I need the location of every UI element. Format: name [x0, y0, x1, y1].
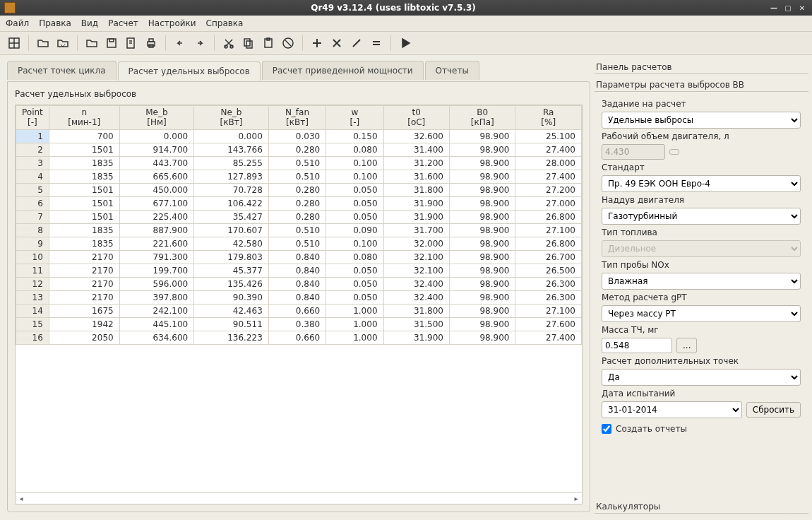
- table-cell[interactable]: 0.380: [268, 317, 326, 331]
- table-cell[interactable]: 2: [16, 143, 49, 156]
- boost-select[interactable]: Газотурбинный: [602, 208, 801, 225]
- table-cell[interactable]: 26.300: [515, 277, 582, 290]
- menu-help[interactable]: Справка: [206, 18, 244, 28]
- table-cell[interactable]: 677.100: [119, 196, 194, 210]
- table-row[interactable]: 102170791.300179.8030.8400.08032.10098.9…: [16, 250, 582, 264]
- table-cell[interactable]: 32.000: [383, 237, 449, 250]
- table-cell[interactable]: 31.900: [383, 331, 449, 344]
- table-cell[interactable]: 225.400: [119, 210, 194, 223]
- save-folder-icon[interactable]: [54, 35, 71, 52]
- times-icon[interactable]: [328, 35, 345, 52]
- table-row[interactable]: 31835443.70085.2550.5100.10031.20098.900…: [16, 156, 582, 170]
- table-row[interactable]: 132170397.80090.3900.8400.05032.40098.90…: [16, 290, 582, 304]
- table-cell[interactable]: 0.080: [326, 250, 383, 264]
- table-cell[interactable]: 0.050: [326, 196, 383, 210]
- horizontal-scrollbar[interactable]: ◂ ▸: [16, 492, 582, 504]
- paste-icon[interactable]: [260, 35, 277, 52]
- table-cell[interactable]: 31.700: [383, 223, 449, 237]
- column-header[interactable]: w[-]: [326, 106, 383, 130]
- table-cell[interactable]: 242.100: [119, 304, 194, 317]
- table-cell[interactable]: 445.100: [119, 317, 194, 331]
- table-cell[interactable]: 2050: [49, 331, 119, 344]
- table-cell[interactable]: 0.050: [326, 183, 383, 196]
- cut-icon[interactable]: [220, 35, 237, 52]
- gpt-select[interactable]: Через массу PT: [602, 305, 801, 322]
- tab-reports[interactable]: Отчеты: [425, 61, 479, 80]
- table-cell[interactable]: 170.607: [194, 223, 269, 237]
- table-cell[interactable]: 665.600: [119, 170, 194, 183]
- table-cell[interactable]: 31.800: [383, 304, 449, 317]
- standard-select[interactable]: Пр. 49 ЕЭК ООН Евро-4: [602, 175, 801, 192]
- table-cell[interactable]: 31.200: [383, 156, 449, 170]
- run-icon[interactable]: [397, 35, 414, 52]
- table-cell[interactable]: 31.500: [383, 317, 449, 331]
- table-cell[interactable]: 0.100: [326, 156, 383, 170]
- mass-input[interactable]: [602, 338, 672, 353]
- table-cell[interactable]: 90.511: [194, 317, 269, 331]
- column-header[interactable]: n[мин-1]: [49, 106, 119, 130]
- table-row[interactable]: 71501225.40035.4270.2800.05031.90098.900…: [16, 210, 582, 223]
- table-cell[interactable]: 27.600: [515, 317, 582, 331]
- menu-calc[interactable]: Расчет: [108, 18, 138, 28]
- tab-specific-emissions[interactable]: Расчет удельных выбросов: [118, 61, 261, 81]
- table-cell[interactable]: 14: [16, 304, 49, 317]
- table-cell[interactable]: 0.280: [268, 210, 326, 223]
- table-cell[interactable]: 27.100: [515, 304, 582, 317]
- table-cell[interactable]: 98.900: [450, 223, 515, 237]
- table-row[interactable]: 51501450.00070.7280.2800.05031.80098.900…: [16, 183, 582, 196]
- minimize-button[interactable]: —: [768, 3, 780, 13]
- table-cell[interactable]: 98.900: [450, 210, 515, 223]
- table-cell[interactable]: 1835: [49, 170, 119, 183]
- menu-settings[interactable]: Настройки: [148, 18, 196, 28]
- table-cell[interactable]: 26.800: [515, 210, 582, 223]
- table-cell[interactable]: 32.100: [383, 264, 449, 277]
- table-cell[interactable]: 98.900: [450, 156, 515, 170]
- open-folder-icon[interactable]: [35, 35, 52, 52]
- date-select[interactable]: 31-01-2014: [602, 401, 742, 418]
- table-cell[interactable]: 443.700: [119, 156, 194, 170]
- table-cell[interactable]: 1675: [49, 304, 119, 317]
- table-cell[interactable]: 6: [16, 196, 49, 210]
- close-button[interactable]: ✕: [796, 3, 808, 13]
- table-cell[interactable]: 0.030: [268, 129, 326, 143]
- export-icon[interactable]: [123, 35, 140, 52]
- table-cell[interactable]: 0.100: [326, 237, 383, 250]
- table-cell[interactable]: 700: [49, 129, 119, 143]
- table-cell[interactable]: 85.255: [194, 156, 269, 170]
- table-cell[interactable]: 0.510: [268, 170, 326, 183]
- table-cell[interactable]: 98.900: [450, 264, 515, 277]
- table-cell[interactable]: 397.800: [119, 290, 194, 304]
- table-cell[interactable]: 98.900: [450, 183, 515, 196]
- table-cell[interactable]: 1501: [49, 143, 119, 156]
- nox-select[interactable]: Влажная: [602, 273, 801, 290]
- column-header[interactable]: N_fan[кВт]: [268, 106, 326, 130]
- table-cell[interactable]: 98.900: [450, 250, 515, 264]
- column-header[interactable]: Point[-]: [16, 106, 49, 130]
- table-cell[interactable]: 634.600: [119, 331, 194, 344]
- table-cell[interactable]: 8: [16, 223, 49, 237]
- table-cell[interactable]: 1.000: [326, 317, 383, 331]
- table-cell[interactable]: 27.400: [515, 331, 582, 344]
- table-cell[interactable]: 98.900: [450, 143, 515, 156]
- scroll-left-icon[interactable]: ◂: [16, 495, 27, 502]
- table-cell[interactable]: 0.090: [326, 223, 383, 237]
- copy-icon[interactable]: [240, 35, 257, 52]
- table-cell[interactable]: 27.000: [515, 196, 582, 210]
- table-cell[interactable]: 12: [16, 277, 49, 290]
- table-cell[interactable]: 98.900: [450, 304, 515, 317]
- menu-file[interactable]: Файл: [6, 18, 29, 28]
- table-cell[interactable]: 0.660: [268, 304, 326, 317]
- column-header[interactable]: t0[oC]: [383, 106, 449, 130]
- redo-icon[interactable]: [191, 35, 208, 52]
- data-table[interactable]: Point[-]n[мин-1]Me_b[Нм]Ne_b[кВт]N_fan[к…: [16, 105, 582, 345]
- table-row[interactable]: 122170596.000135.4260.8400.05032.40098.9…: [16, 277, 582, 290]
- table-cell[interactable]: 98.900: [450, 317, 515, 331]
- table-cell[interactable]: 3: [16, 156, 49, 170]
- table-cell[interactable]: 7: [16, 210, 49, 223]
- table-cell[interactable]: 98.900: [450, 277, 515, 290]
- table-cell[interactable]: 2170: [49, 277, 119, 290]
- table-cell[interactable]: 27.400: [515, 143, 582, 156]
- column-header[interactable]: Ne_b[кВт]: [194, 106, 269, 130]
- table-cell[interactable]: 5: [16, 183, 49, 196]
- table-cell[interactable]: 1835: [49, 237, 119, 250]
